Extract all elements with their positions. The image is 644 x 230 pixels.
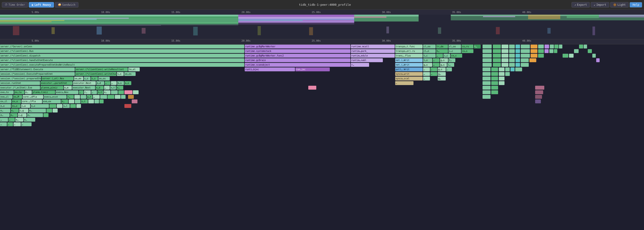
svg-rect-252 (491, 81, 498, 85)
svg-rect-319 (482, 95, 490, 99)
ruler-tick-40s: 40.00s (522, 11, 532, 14)
svg-text:server.(*clientConn).Run: server.(*clientConn).Run (0, 50, 34, 52)
svg-text:g…: g… (438, 73, 441, 75)
svg-rect-189 (505, 68, 510, 71)
svg-rect-116 (509, 54, 515, 58)
svg-text:e…d: e…d (97, 82, 101, 84)
svg-rect-387 (132, 100, 138, 103)
svg-rect-298 (491, 90, 498, 94)
timeline-canvas[interactable] (0, 15, 644, 39)
svg-rect-92 (530, 49, 538, 53)
svg-rect-386 (124, 104, 131, 108)
svg-rect-137 (482, 58, 492, 62)
help-button[interactable]: Help (630, 2, 642, 8)
light-button[interactable]: 🔆 Light (610, 2, 629, 8)
svg-rect-30 (96, 26, 102, 34)
svg-rect-330 (68, 100, 74, 103)
svg-text:server.(*Server).onConn: server.(*Server).onConn (0, 45, 32, 48)
svg-rect-315 (100, 95, 107, 99)
svg-text:…: … (93, 96, 95, 98)
svg-rect-69 (559, 44, 562, 48)
svg-rect-117 (516, 54, 520, 58)
sandwich-button[interactable]: 🥪 Sandwich (55, 2, 78, 8)
flame-tick-15s: 15.00s (171, 39, 180, 42)
light-icon: 🔆 (613, 3, 616, 6)
svg-rect-165 (521, 63, 529, 67)
import-button[interactable]: ↙ Import (591, 2, 609, 8)
svg-rect-346 (57, 104, 62, 108)
profile-title: tidb_tidb-1-peer:4000_profile (79, 3, 570, 6)
svg-rect-64 (530, 44, 538, 48)
import-icon: ↙ (594, 3, 595, 6)
ruler-tick-30s: 30.00s (382, 11, 391, 14)
svg-rect-390 (535, 90, 543, 94)
svg-text:ex…o: ex…o (12, 100, 18, 103)
left-heavy-label: Left Heavy (34, 3, 51, 6)
svg-rect-143 (530, 58, 536, 62)
svg-rect-394 (569, 54, 574, 58)
svg-text:e…: e… (10, 114, 13, 116)
svg-rect-141 (516, 58, 520, 62)
svg-text:s…t: s…t (82, 100, 86, 103)
svg-text:runtim…nabl: runtim…nabl (351, 59, 366, 62)
svg-rect-32 (193, 27, 198, 36)
svg-text:g…s: g…s (440, 64, 444, 66)
toolbar: ⏱ Time Order ◧ Left Heavy 🥪 Sandwich tid… (0, 0, 644, 10)
svg-text:s…l: s…l (63, 105, 68, 107)
svg-text:c…c: c…c (449, 50, 453, 52)
svg-text:server.(*clientConn).writeResu: server.(*clientConn).writeResultset (76, 68, 124, 71)
ruler-tick-25s: 25.00s (312, 11, 321, 14)
svg-rect-249 (395, 81, 414, 85)
svg-text:l…: l… (448, 64, 450, 66)
svg-text:n…t: n…t (98, 91, 102, 94)
svg-rect-317 (115, 95, 120, 99)
svg-text:…: … (424, 77, 425, 80)
svg-rect-296 (133, 90, 138, 94)
timeline-overview[interactable]: 5.00s 10.00s 15.00s 20.00s 25.00s 30.00s… (0, 10, 644, 39)
svg-rect-91 (521, 49, 530, 53)
svg-rect-392 (535, 100, 541, 103)
svg-rect-232 (499, 76, 504, 80)
svg-text:p…t: p…t (87, 96, 91, 98)
flame-content[interactable]: server.(*Server).onConn runtime.gcBgMark… (0, 44, 644, 230)
time-order-button[interactable]: ⏱ Time Order (2, 2, 28, 8)
svg-rect-230 (482, 76, 490, 80)
svg-text:co…s: co…s (462, 50, 468, 52)
left-heavy-button[interactable]: ◧ Left Heavy (29, 2, 54, 8)
svg-text:…: … (424, 73, 425, 75)
svg-text:session.(*session).preparedStm: session.(*session).preparedStmtExec (0, 77, 49, 80)
svg-text:transpo…er).ru: transpo…er).ru (396, 50, 415, 52)
svg-text:run…jec: run…jec (296, 68, 306, 71)
svg-text:net.(…Writ: net.(…Writ (396, 64, 409, 66)
ruler-tick-5s: 5.00s (32, 11, 39, 14)
svg-text:e…: e… (16, 118, 18, 121)
svg-rect-293 (111, 90, 118, 94)
svg-rect-28 (13, 26, 19, 35)
svg-rect-297 (482, 90, 490, 94)
svg-rect-335 (94, 100, 99, 103)
svg-text:…: … (0, 118, 2, 121)
svg-rect-139 (502, 58, 508, 62)
svg-text:…: … (436, 54, 438, 57)
svg-rect-93 (538, 49, 544, 53)
svg-text:t…n: t…n (424, 59, 428, 62)
svg-rect-65 (538, 44, 544, 48)
svg-rect-86 (482, 49, 492, 53)
svg-text:te…al: te…al (129, 68, 136, 71)
svg-text:server.(…et).Nex: server.(…et).Nex (42, 77, 64, 80)
time-order-icon: ⏱ (5, 3, 8, 6)
svg-rect-164 (516, 63, 520, 67)
export-button[interactable]: ↗ Export (572, 2, 590, 8)
svg-rect-67 (550, 44, 554, 48)
svg-text:…: … (111, 82, 113, 84)
svg-rect-186 (482, 68, 490, 71)
ruler-tick-15s: 15.00s (171, 11, 180, 14)
svg-text:runtime.scanobject: runtime.scanobject (245, 64, 270, 66)
svg-rect-190 (510, 68, 514, 71)
ruler-tick-20s: 20.00s (242, 11, 251, 14)
svg-text:e…: e… (117, 86, 120, 89)
svg-rect-210 (499, 72, 504, 76)
svg-text:h…: h… (436, 50, 439, 52)
svg-text:poll….Writ: poll….Writ (396, 68, 409, 71)
svg-text:c…g: c…g (18, 114, 22, 116)
